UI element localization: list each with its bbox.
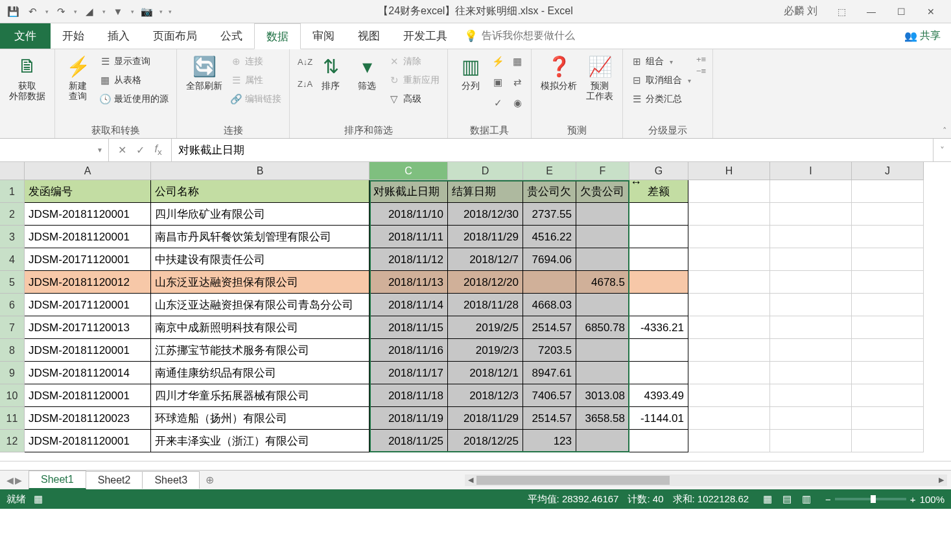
camera-icon[interactable]: 📷 [139, 4, 154, 19]
cell[interactable] [629, 271, 688, 294]
cell[interactable] [852, 384, 924, 407]
cell[interactable] [629, 430, 688, 452]
cell[interactable]: 2514.57 [523, 407, 576, 430]
collapse-ribbon-icon[interactable]: ˄ [943, 126, 947, 135]
cell[interactable]: 江苏挪宝节能技术服务有限公司 [151, 339, 370, 362]
row-header[interactable]: 2 [0, 203, 25, 226]
row-header[interactable]: 5 [0, 271, 25, 294]
row-header[interactable]: 12 [0, 430, 25, 452]
cell[interactable]: 2018/11/29 [448, 226, 523, 248]
cell[interactable] [576, 248, 629, 271]
row-header[interactable]: 6 [0, 294, 25, 316]
cell[interactable] [629, 226, 688, 248]
cell[interactable]: JDSM-20181120001 [25, 203, 151, 226]
col-header-I[interactable]: I [770, 162, 852, 180]
cell[interactable] [770, 294, 852, 316]
minimize-icon[interactable]: — [856, 2, 886, 21]
sheet-tab[interactable]: Sheet1 [29, 471, 86, 489]
refresh-all-button[interactable]: 🔄全部刷新 [183, 52, 225, 92]
col-header-J[interactable]: J [852, 162, 924, 180]
zoom-in-icon[interactable]: + [910, 494, 916, 505]
cell[interactable]: 2018/11/19 [370, 407, 448, 430]
cell[interactable] [770, 248, 852, 271]
cell[interactable] [688, 430, 770, 452]
col-header-G[interactable]: G [629, 162, 688, 180]
ungroup-button[interactable]: ⊟取消组合▾ [629, 72, 692, 89]
cell[interactable] [688, 180, 770, 203]
cell[interactable] [770, 430, 852, 452]
cell[interactable] [852, 339, 924, 362]
enter-icon[interactable]: ✓ [131, 144, 149, 156]
filter-icon[interactable]: ▼ [110, 4, 126, 19]
row-header[interactable]: 11 [0, 407, 25, 430]
cell[interactable] [770, 362, 852, 384]
cell[interactable]: 6850.78 [576, 316, 629, 339]
tab-insert[interactable]: 插入 [96, 23, 141, 49]
col-header-B[interactable]: B [151, 162, 370, 180]
cell[interactable]: 2018/12/3 [448, 384, 523, 407]
fx-icon[interactable]: fx [149, 143, 167, 157]
cell[interactable]: 2018/12/1 [448, 362, 523, 384]
cell[interactable] [688, 316, 770, 339]
cell[interactable] [770, 180, 852, 203]
cell[interactable]: 2019/2/3 [448, 339, 523, 362]
cell[interactable] [688, 294, 770, 316]
flash-fill-button[interactable]: ⚡ [491, 53, 505, 70]
cell[interactable]: 南通佳康纺织品有限公司 [151, 362, 370, 384]
tab-home[interactable]: 开始 [51, 23, 96, 49]
tab-data[interactable]: 数据 [254, 23, 301, 49]
cell[interactable] [852, 316, 924, 339]
sheet-nav[interactable]: ◀▶ [0, 475, 29, 485]
qat-customize-icon[interactable]: ▾ [167, 8, 172, 15]
row-header[interactable]: 3 [0, 226, 25, 248]
group-button[interactable]: ⊞组合▾ [629, 53, 692, 70]
cell[interactable]: 2018/11/17 [370, 362, 448, 384]
cell[interactable]: 2018/11/29 [448, 407, 523, 430]
cell[interactable]: 结算日期 [448, 180, 523, 203]
cell[interactable] [852, 226, 924, 248]
show-queries-button[interactable]: ☰显示查询 [98, 53, 170, 70]
cell[interactable]: 2018/12/20 [448, 271, 523, 294]
cell[interactable] [852, 294, 924, 316]
connections-button[interactable]: ⊕连接 [229, 53, 283, 70]
remove-dup-button[interactable]: ▣ [491, 74, 505, 91]
tell-me[interactable]: 💡告诉我你想要做什么 [464, 23, 575, 49]
cell[interactable] [576, 339, 629, 362]
save-icon[interactable]: 💾 [5, 4, 21, 19]
data-model-button[interactable]: ◉ [510, 95, 524, 111]
cell[interactable]: 2018/11/14 [370, 294, 448, 316]
cell[interactable] [576, 362, 629, 384]
cell[interactable]: 2018/11/10 [370, 203, 448, 226]
cell[interactable] [770, 339, 852, 362]
cell[interactable] [629, 294, 688, 316]
cell[interactable] [629, 248, 688, 271]
cell[interactable]: 2514.57 [523, 316, 576, 339]
cell[interactable]: 公司名称 [151, 180, 370, 203]
text-to-columns-button[interactable]: ▥分列 [454, 52, 487, 92]
zoom-level[interactable]: 100% [920, 494, 945, 505]
cell[interactable] [852, 248, 924, 271]
row-header[interactable]: 4 [0, 248, 25, 271]
cell[interactable] [523, 271, 576, 294]
name-box[interactable]: ▼ [0, 139, 109, 161]
zoom-slider[interactable] [835, 498, 906, 500]
row-header[interactable]: 8 [0, 339, 25, 362]
cell[interactable]: 环球造船（扬州）有限公司 [151, 407, 370, 430]
cell[interactable]: 123 [523, 430, 576, 452]
scroll-right-icon[interactable]: ▶ [935, 476, 947, 484]
cell[interactable]: 4678.5 [576, 271, 629, 294]
advanced-filter-button[interactable]: ▽高级 [387, 91, 441, 108]
data-validation-button[interactable]: ✓ [491, 95, 505, 111]
col-header-D[interactable]: D [448, 162, 523, 180]
cell[interactable]: 7694.06 [523, 248, 576, 271]
close-icon[interactable]: ✕ [916, 2, 946, 21]
new-query-button[interactable]: ⚡新建 查询 [62, 52, 94, 102]
cell[interactable] [770, 226, 852, 248]
namebox-dropdown-icon[interactable]: ▼ [97, 146, 103, 154]
cell[interactable] [770, 407, 852, 430]
cell[interactable]: 3658.58 [576, 407, 629, 430]
scroll-left-icon[interactable]: ◀ [465, 476, 476, 484]
cell[interactable] [852, 180, 924, 203]
sort-desc-button[interactable]: Z↓A [296, 75, 311, 92]
cell[interactable] [688, 203, 770, 226]
